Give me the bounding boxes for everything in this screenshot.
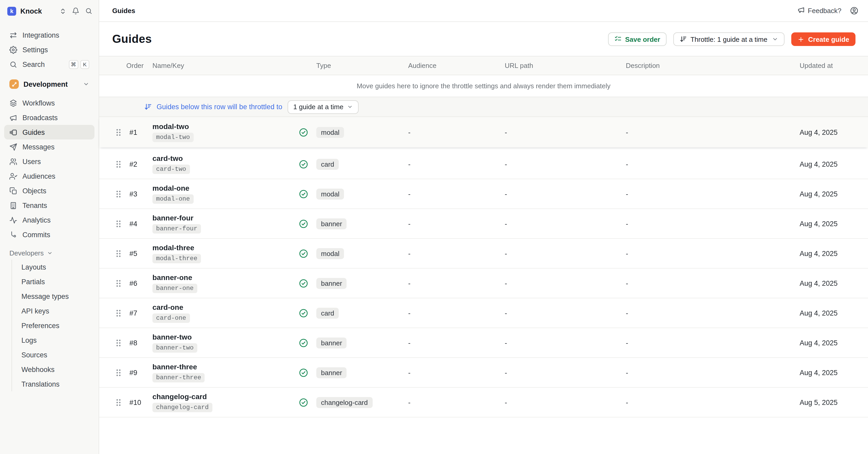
developers-section-toggle[interactable]: Developers <box>4 246 94 260</box>
table-header-row: Order Name/Key Type Audience URL path De… <box>99 56 868 75</box>
drag-handle-icon[interactable] <box>116 190 121 198</box>
dropzone-text: Move guides here to ignore the throttle … <box>357 82 611 90</box>
workspace-switcher-icon[interactable] <box>60 7 66 15</box>
building-icon <box>9 201 17 209</box>
workspace-header[interactable]: k Knock <box>0 0 99 22</box>
sidebar-item-integrations[interactable]: Integrations <box>4 28 94 42</box>
table-row[interactable]: #10 changelog-card changelog-card change… <box>99 388 868 418</box>
guide-name[interactable]: modal-one <box>152 184 189 192</box>
guide-name[interactable]: changelog-card <box>152 392 207 401</box>
sidebar-item-layouts[interactable]: Layouts <box>12 260 94 274</box>
sidebar-item-logs[interactable]: Logs <box>12 333 94 347</box>
sidebar-item-search[interactable]: Search ⌘ K <box>4 57 94 72</box>
drag-handle-icon[interactable] <box>116 128 121 136</box>
table-row[interactable]: #4 banner-four banner-four banner <box>99 209 868 239</box>
user-check-icon <box>9 172 17 180</box>
guide-name[interactable]: modal-two <box>152 122 189 131</box>
sidebar-item-users[interactable]: Users <box>4 154 94 169</box>
drag-handle-icon[interactable] <box>116 279 121 287</box>
guide-url-path: - <box>500 339 622 347</box>
account-menu-button[interactable] <box>850 6 859 15</box>
sidebar-item-analytics[interactable]: Analytics <box>4 212 94 227</box>
page-header: Guides Save order Throttle: 1 guide at a… <box>99 22 868 46</box>
sidebar-item-messages[interactable]: Messages <box>4 140 94 154</box>
guide-name[interactable]: banner-four <box>152 214 193 222</box>
guide-audience: - <box>404 128 500 136</box>
unthrottled-dropzone[interactable]: Move guides here to ignore the throttle … <box>99 75 868 97</box>
sidebar-item-objects[interactable]: Objects <box>4 183 94 198</box>
table-row[interactable]: #6 banner-one banner-one banner <box>99 268 868 298</box>
sidebar-item-sources[interactable]: Sources <box>12 347 94 362</box>
guide-name[interactable]: card-one <box>152 303 183 311</box>
guide-name[interactable]: banner-two <box>152 333 192 341</box>
drag-handle-icon[interactable] <box>116 339 121 347</box>
create-guide-button[interactable]: Create guide <box>792 32 856 46</box>
table-row[interactable]: #7 card-one card-one card <box>99 298 868 328</box>
drag-handle-icon[interactable] <box>116 309 121 317</box>
bell-icon[interactable] <box>72 7 79 15</box>
drag-handle-icon[interactable] <box>116 220 121 228</box>
environment-switcher[interactable]: Development <box>4 76 94 92</box>
guides-table: Order Name/Key Type Audience URL path De… <box>99 56 868 418</box>
drag-handle-icon[interactable] <box>116 398 121 406</box>
guide-url-path: - <box>500 398 622 406</box>
sidebar-item-label: Tenants <box>23 201 47 209</box>
create-guide-label: Create guide <box>808 35 849 43</box>
sidebar-item-broadcasts[interactable]: Broadcasts <box>4 110 94 125</box>
throttle-divider-row: Guides below this row will be throttled … <box>99 97 868 117</box>
column-header-name-key: Name/Key <box>148 62 297 69</box>
sidebar-item-webhooks[interactable]: Webhooks <box>12 362 94 377</box>
sidebar-item-commits[interactable]: Commits <box>4 227 94 242</box>
main-area: Guides Feedback? Guides <box>99 0 868 454</box>
sidebar-item-translations[interactable]: Translations <box>12 377 94 391</box>
drag-handle-icon[interactable] <box>116 160 121 168</box>
sidebar-item-partials[interactable]: Partials <box>12 274 94 289</box>
developers-section-label: Developers <box>9 249 44 257</box>
sidebar-item-audiences[interactable]: Audiences <box>4 169 94 183</box>
guide-name[interactable]: card-two <box>152 154 183 163</box>
table-row[interactable]: #1 modal-two modal-two modal <box>99 117 868 147</box>
guide-updated-at: Aug 4, 2025 <box>796 250 868 257</box>
throttle-count-select[interactable]: 1 guide at a time <box>288 100 359 114</box>
sidebar-item-api-keys[interactable]: API keys <box>12 304 94 318</box>
guide-url-path: - <box>500 160 622 168</box>
guide-description: - <box>622 309 796 317</box>
guide-key-chip: banner-two <box>152 343 197 353</box>
save-order-button[interactable]: Save order <box>608 32 666 46</box>
guide-key-chip: card-one <box>152 313 190 323</box>
throttle-divider-text: Guides below this row will be throttled … <box>157 103 282 111</box>
sidebar-item-message-types[interactable]: Message types <box>12 289 94 304</box>
sidebar-item-label: Objects <box>23 187 46 195</box>
throttle-divider-link[interactable]: Guides below this row will be throttled … <box>144 103 282 111</box>
search-icon[interactable] <box>85 7 92 15</box>
guide-name[interactable]: banner-three <box>152 363 197 371</box>
column-header-audience: Audience <box>404 62 500 69</box>
throttle-dropdown-button[interactable]: Throttle: 1 guide at a time <box>673 32 785 46</box>
guide-key-chip: banner-three <box>152 373 205 382</box>
sidebar-item-workflows[interactable]: Workflows <box>4 95 94 110</box>
table-row[interactable]: #2 card-two card-two card <box>99 149 868 179</box>
guide-type-badge: changelog-card <box>316 397 372 408</box>
guide-audience: - <box>404 398 500 406</box>
drag-handle-icon[interactable] <box>116 250 121 257</box>
guide-order: #3 <box>125 190 148 198</box>
guide-name[interactable]: modal-three <box>152 244 194 252</box>
sidebar-item-preferences[interactable]: Preferences <box>12 318 94 333</box>
guide-description: - <box>622 398 796 406</box>
topbar: Guides Feedback? <box>99 0 868 22</box>
table-row[interactable]: #9 banner-three banner-three banner <box>99 358 868 388</box>
guide-type-badge: banner <box>316 367 347 378</box>
megaphone-icon <box>9 114 17 121</box>
guide-audience: - <box>404 250 500 257</box>
guide-name[interactable]: banner-one <box>152 273 192 282</box>
guide-key-chip: banner-four <box>152 224 201 233</box>
drag-handle-icon[interactable] <box>116 369 121 376</box>
table-row[interactable]: #3 modal-one modal-one modal <box>99 179 868 209</box>
sidebar-item-tenants[interactable]: Tenants <box>4 198 94 212</box>
sidebar-item-settings[interactable]: Settings <box>4 42 94 57</box>
feedback-button[interactable]: Feedback? <box>797 6 841 15</box>
sidebar-item-label: Translations <box>22 380 60 388</box>
table-row[interactable]: #8 banner-two banner-two banner <box>99 328 868 358</box>
sidebar-item-guides[interactable]: Guides <box>4 125 94 140</box>
table-row[interactable]: #5 modal-three modal-three modal <box>99 239 868 268</box>
